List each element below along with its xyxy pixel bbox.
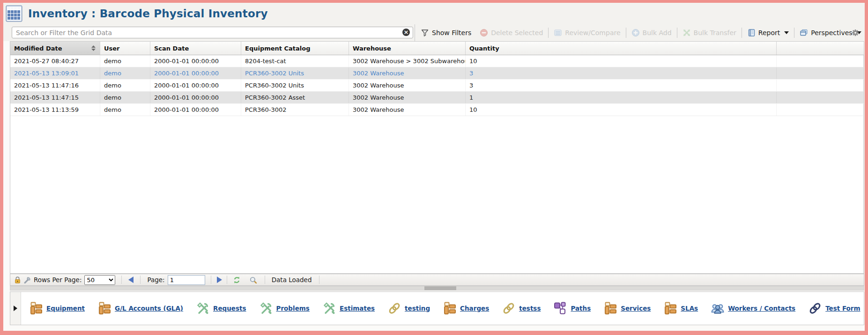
- dock-link-requests[interactable]: Requests: [196, 301, 246, 315]
- table-cell: 3: [466, 67, 777, 79]
- gear-icon[interactable]: [851, 29, 860, 37]
- people-icon: [711, 301, 725, 315]
- dock-link-label: Test Form: [825, 305, 860, 312]
- dock-link-g-l-accounts-gla[interactable]: G/L Accounts (GLA): [97, 301, 183, 315]
- clear-circle-x-icon[interactable]: [402, 29, 410, 36]
- toolbar-separator: [794, 28, 794, 38]
- table-cell: 2000-01-01 00:00:00: [150, 80, 241, 91]
- table-row[interactable]: 2021-05-13 11:47:16demo2000-01-01 00:00:…: [10, 80, 864, 92]
- lock-icon[interactable]: [14, 276, 22, 284]
- chain-gold-icon: [502, 301, 516, 315]
- grid-header: Modified DateUserScan DateEquipment Cata…: [10, 42, 864, 55]
- table-cell: [777, 92, 864, 103]
- table-cell: 3002 Warehouse: [349, 67, 466, 79]
- column-header-warehouse[interactable]: Warehouse: [349, 42, 466, 55]
- table-cell: 3002 Warehouse > 3002 Subwarehouse: [349, 55, 466, 67]
- dock-link-label: Estimates: [340, 305, 375, 312]
- table-cell: 2000-01-01 00:00:00: [150, 104, 241, 116]
- prev-page-icon[interactable]: [128, 277, 134, 283]
- collapse-arrow-icon: [14, 306, 17, 311]
- page-label: Page:: [147, 276, 164, 284]
- bulk-add-plus-circle-icon: [631, 29, 640, 37]
- column-header-quantity[interactable]: Quantity: [466, 42, 777, 55]
- table-cell: [777, 80, 864, 91]
- table-cell: PCR360-3002: [241, 104, 349, 116]
- column-header-user[interactable]: User: [100, 42, 150, 55]
- table-cell: 10: [466, 104, 777, 116]
- column-header-label: Modified Date: [14, 45, 62, 52]
- toolbar-button-label: Report: [758, 29, 780, 36]
- dock-link-charges[interactable]: Charges: [443, 301, 489, 315]
- table-cell: 2021-05-13 11:47:16: [10, 80, 100, 91]
- table-cell: 2000-01-01 00:00:00: [150, 67, 241, 79]
- magnifier-icon[interactable]: [249, 276, 257, 284]
- catalog-tree-icon: [29, 301, 43, 315]
- chain-navy-icon: [808, 301, 822, 315]
- toolbar-button-label: Show Filters: [432, 29, 471, 36]
- dock-link-label: testing: [405, 305, 430, 312]
- dock-link-paths[interactable]: Paths: [553, 301, 591, 315]
- wrench-icon[interactable]: [23, 276, 31, 284]
- table-cell: 2021-05-13 11:13:59: [10, 104, 100, 116]
- search-input[interactable]: [12, 27, 413, 38]
- rows-per-page-select[interactable]: 50: [84, 275, 115, 285]
- page-input[interactable]: [168, 275, 205, 285]
- horizontal-scrollbar[interactable]: [10, 286, 864, 291]
- table-row[interactable]: 2021-05-13 11:13:59demo2000-01-01 00:00:…: [10, 104, 864, 116]
- dock-link-label: G/L Accounts (GLA): [115, 305, 183, 312]
- column-header-modified-date[interactable]: Modified Date: [10, 42, 100, 55]
- table-cell: 2021-05-13 13:09:01: [10, 67, 100, 79]
- report-icon: [747, 29, 756, 37]
- dock-link-workers-contacts[interactable]: Workers / Contacts: [711, 301, 795, 315]
- dock-link-testss[interactable]: testss: [502, 301, 541, 315]
- dock-links: EquipmentG/L Accounts (GLA)RequestsProbl…: [29, 292, 861, 325]
- table-row[interactable]: 2021-05-13 11:47:15demo2000-01-01 00:00:…: [10, 92, 864, 104]
- catalog-tree-icon: [603, 301, 617, 315]
- table-cell: demo: [100, 55, 150, 67]
- toolbar-separator: [742, 28, 742, 38]
- toolbar-button-label: Bulk Transfer: [694, 29, 736, 36]
- dock-link-label: Problems: [276, 305, 310, 312]
- tools-icon: [259, 301, 273, 315]
- toolbar-button-show-filters[interactable]: Show Filters: [416, 29, 475, 37]
- toolbar-button-bulk-add: Bulk Add: [627, 29, 676, 37]
- table-cell: 2000-01-01 00:00:00: [150, 92, 241, 103]
- tools-icon: [196, 301, 210, 315]
- filter-funnel-icon: [421, 29, 429, 37]
- dock-link-label: Requests: [213, 305, 246, 312]
- scrollbar-thumb[interactable]: [424, 286, 456, 290]
- data-grid: Modified DateUserScan DateEquipment Cata…: [10, 41, 864, 274]
- toolbar-separator: [548, 28, 549, 38]
- refresh-icon[interactable]: [233, 276, 241, 284]
- pager-separator: [211, 276, 211, 284]
- table-row[interactable]: 2021-05-13 13:09:01demo2000-01-01 00:00:…: [10, 67, 864, 80]
- toolbar-button-label: Review/Compare: [565, 29, 620, 36]
- toolbar: Show FiltersDelete SelectedReview/Compar…: [3, 24, 865, 41]
- chain-gold-icon: [387, 301, 401, 315]
- catalog-tree-icon: [663, 301, 677, 315]
- next-page-icon[interactable]: [217, 277, 222, 283]
- dock-link-services[interactable]: Services: [603, 301, 651, 315]
- dock-link-problems[interactable]: Problems: [259, 301, 310, 315]
- table-cell: demo: [100, 67, 150, 79]
- column-header-scan-date[interactable]: Scan Date: [150, 42, 241, 55]
- dock-link-estimates[interactable]: Estimates: [322, 301, 375, 315]
- table-cell: 3002 Warehouse: [349, 80, 466, 91]
- dock-link-label: testss: [519, 305, 541, 312]
- column-header-label: Quantity: [469, 45, 499, 52]
- column-header-equipment-catalog[interactable]: Equipment Catalog: [241, 42, 349, 55]
- toolbar-button-report[interactable]: Report: [743, 29, 793, 37]
- table-row[interactable]: 2021-05-27 08:40:27demo2000-01-01 00:00:…: [10, 55, 864, 67]
- dock-link-equipment[interactable]: Equipment: [29, 301, 85, 315]
- grid-app-icon: [6, 5, 22, 22]
- dock-link-test-form[interactable]: Test Form: [808, 301, 860, 315]
- pager-separator: [265, 276, 265, 284]
- app-window: Inventory : Barcode Physical Inventory S…: [3, 3, 865, 331]
- dock-collapse-tab[interactable]: [10, 292, 21, 325]
- pager-separator: [121, 276, 122, 284]
- dock-link-testing[interactable]: testing: [387, 301, 430, 315]
- rows-per-page-label: Rows Per Page:: [34, 276, 82, 284]
- table-cell: [777, 55, 864, 67]
- dock-link-slas[interactable]: SLAs: [663, 301, 698, 315]
- bulk-transfer-icon: [683, 29, 691, 37]
